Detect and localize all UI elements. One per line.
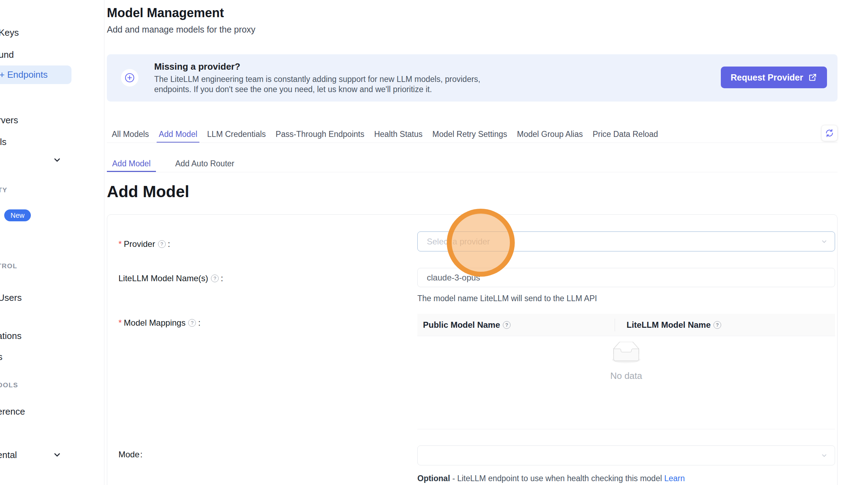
chevron-down-icon[interactable] <box>53 450 62 459</box>
question-circle-icon[interactable]: ? <box>713 321 721 329</box>
model-tabs: All Models Add Model LLM Credentials Pas… <box>107 126 838 143</box>
label-colon: : <box>140 450 143 459</box>
refresh-button[interactable] <box>821 125 838 141</box>
label-colon: : <box>198 318 200 328</box>
sidebar-new-badge[interactable]: New <box>4 209 31 221</box>
model-mappings-label: * Model Mappings ? : <box>118 318 200 328</box>
sidebar-section-tools: OOLS <box>0 381 18 389</box>
sidebar-item-erence[interactable]: erence <box>0 406 25 417</box>
sidebar-item-users[interactable]: Users <box>0 292 22 303</box>
sidebar-item-s[interactable]: s <box>0 352 2 362</box>
header-divider <box>615 319 615 331</box>
subtab-add-model[interactable]: Add Model <box>107 156 156 172</box>
page-subtitle: Add and manage models for the proxy <box>107 25 255 35</box>
sidebar-item-endpoints-active[interactable]: + Endpoints <box>0 65 71 84</box>
sidebar-item-ils[interactable]: ils <box>0 137 7 147</box>
column-litellm-model-name: LiteLLM Model Name ? <box>615 320 723 330</box>
external-link-icon <box>808 73 817 82</box>
chevron-down-icon <box>821 452 828 459</box>
sidebar-section-ty: TY <box>0 186 7 194</box>
sidebar-item-servers[interactable]: rvers <box>0 115 18 126</box>
add-model-subtabs: Add Model Add Auto Router <box>107 156 838 172</box>
label-colon: : <box>221 273 223 283</box>
model-mappings-table: Public Model Name ? LiteLLM Model Name ?… <box>417 314 835 429</box>
tab-model-retry-settings[interactable]: Model Retry Settings <box>430 126 509 143</box>
question-circle-icon[interactable]: ? <box>158 240 166 248</box>
subtab-add-auto-router[interactable]: Add Auto Router <box>170 156 240 172</box>
badge-label: New <box>11 212 25 220</box>
tab-price-data-reload[interactable]: Price Data Reload <box>590 126 660 143</box>
banner-body: The LiteLLM engineering team is constant… <box>154 74 509 95</box>
question-circle-icon[interactable]: ? <box>188 319 196 327</box>
mode-helper-text: - LiteLLM endpoint to use when health ch… <box>450 474 664 483</box>
mode-label: Mode : <box>118 450 143 459</box>
missing-provider-banner: Missing a provider? The LiteLLM engineer… <box>107 54 838 102</box>
column-label: Public Model Name <box>423 320 500 330</box>
model-name-label-text: LiteLLM Model Name(s) <box>118 273 208 283</box>
page-title: Model Management <box>107 6 224 20</box>
question-circle-icon[interactable]: ? <box>211 275 219 282</box>
tab-pass-through-endpoints[interactable]: Pass-Through Endpoints <box>274 126 367 143</box>
banner-title: Missing a provider? <box>154 61 240 72</box>
refresh-icon <box>825 129 834 138</box>
mode-label-text: Mode <box>118 450 139 459</box>
model-name-label: LiteLLM Model Name(s) ? : <box>118 273 223 283</box>
tab-health-status[interactable]: Health Status <box>372 126 425 143</box>
empty-state: No data <box>417 342 835 381</box>
learn-link[interactable]: Learn <box>664 474 685 483</box>
tab-all-models[interactable]: All Models <box>110 126 151 143</box>
tab-llm-credentials[interactable]: LLM Credentials <box>205 126 268 143</box>
request-provider-label: Request Provider <box>731 72 803 83</box>
chevron-down-icon <box>821 238 828 245</box>
form-heading: Add Model <box>107 182 189 201</box>
sidebar-item-und[interactable]: und <box>0 49 14 60</box>
provider-label: * Provider ? : <box>118 239 170 249</box>
model-name-value: claude-3-opus <box>427 273 480 283</box>
sidebar-item-label: + Endpoints <box>0 69 48 80</box>
sidebar: Keys und + Endpoints rvers ils TY New TR… <box>0 0 104 485</box>
label-colon: : <box>168 239 170 249</box>
empty-box-icon <box>609 342 644 364</box>
required-mark: * <box>118 318 122 328</box>
mappings-table-header: Public Model Name ? LiteLLM Model Name ? <box>417 314 835 336</box>
add-model-form-card: * Provider ? : Select a provider LiteLLM… <box>107 214 838 485</box>
model-name-input[interactable]: claude-3-opus <box>417 268 835 287</box>
request-provider-button[interactable]: Request Provider <box>721 67 827 88</box>
sidebar-section-trol: TROL <box>0 262 18 270</box>
question-circle-icon[interactable]: ? <box>503 321 511 329</box>
sidebar-item-ental[interactable]: ental <box>0 450 17 460</box>
provider-placeholder: Select a provider <box>427 237 490 247</box>
required-mark: * <box>118 239 122 249</box>
plus-circle-icon <box>121 69 138 86</box>
provider-label-text: Provider <box>124 239 155 249</box>
tab-model-group-alias[interactable]: Model Group Alias <box>515 126 585 143</box>
mode-select[interactable] <box>417 445 835 465</box>
model-name-helper: The model name LiteLLM will send to the … <box>417 294 597 303</box>
tab-add-model[interactable]: Add Model <box>157 126 199 143</box>
column-label: LiteLLM Model Name <box>627 320 711 330</box>
provider-select[interactable]: Select a provider <box>417 231 835 251</box>
sidebar-item-keys[interactable]: Keys <box>0 27 19 38</box>
sidebar-item-ations[interactable]: ations <box>0 331 21 341</box>
column-public-model-name: Public Model Name ? <box>417 320 615 330</box>
mode-helper-bold: Optional <box>417 474 450 483</box>
mode-helper: Optional - LiteLLM endpoint to use when … <box>417 474 685 483</box>
model-mappings-label-text: Model Mappings <box>124 318 185 328</box>
no-data-text: No data <box>417 370 835 381</box>
chevron-down-icon[interactable] <box>53 155 62 165</box>
